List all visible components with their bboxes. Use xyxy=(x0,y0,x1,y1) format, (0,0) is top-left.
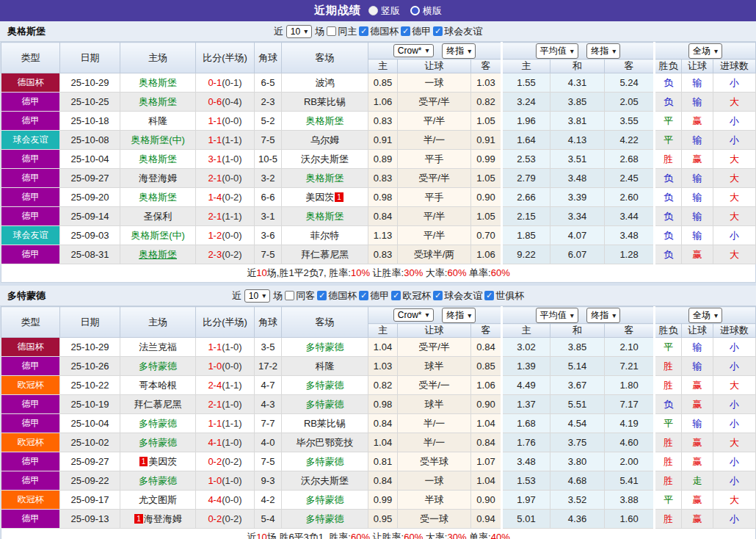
odds-away: 0.90 xyxy=(471,395,502,414)
league-filter[interactable]: ✓德甲 xyxy=(359,289,389,303)
corner-count: 7-5 xyxy=(255,131,282,150)
radio-selected-icon[interactable] xyxy=(368,6,378,15)
avg-home: 1.37 xyxy=(502,395,550,414)
league-filter[interactable]: ✓世俱杯 xyxy=(484,289,524,303)
home-team[interactable]: 多特蒙德 xyxy=(120,414,196,433)
odds-company-select[interactable]: Crow*▾ xyxy=(393,308,434,322)
checkbox-checked[interactable]: ✓ xyxy=(401,26,410,36)
odds-final-select[interactable]: 终指▾ xyxy=(442,43,476,59)
league-filter[interactable]: ✓德国杯 xyxy=(317,289,357,303)
same-venue-filter[interactable]: 同客 xyxy=(285,289,315,303)
away-team[interactable]: 奥格斯堡 xyxy=(282,112,368,131)
home-team[interactable]: 奥格斯堡(中) xyxy=(120,131,196,150)
home-team[interactable]: 奥格斯堡 xyxy=(120,188,196,207)
chevron-down-icon: ▾ xyxy=(714,311,718,319)
away-team-name: 奥格斯堡 xyxy=(306,211,344,222)
avg-home: 2.15 xyxy=(502,207,550,226)
away-team[interactable]: 多特蒙德 xyxy=(282,338,368,357)
avg-home: 5.01 xyxy=(502,510,550,529)
league-filter[interactable]: ✓球会友谊 xyxy=(433,25,482,38)
away-team[interactable]: 多特蒙德 xyxy=(282,376,368,395)
avg-home: 3.02 xyxy=(502,338,550,357)
league-filter[interactable]: ✓欧冠杯 xyxy=(391,289,431,303)
avg-select[interactable]: 平均值▾ xyxy=(536,308,578,323)
home-team[interactable]: 奥格斯堡 xyxy=(120,150,196,169)
chevron-down-icon: ▾ xyxy=(468,47,471,55)
radio-vertical-layout[interactable]: 竖版 xyxy=(368,4,400,18)
match-row: 德甲25-10-19拜仁慕尼黑2-1(1-0)4-3多特蒙德0.98球半0.90… xyxy=(1,395,756,414)
home-team[interactable]: 奥格斯堡 xyxy=(120,93,196,112)
league-type-badge: 欧冠杯 xyxy=(1,433,60,452)
home-team[interactable]: 多特蒙德 xyxy=(120,471,196,491)
home-team[interactable]: 奥格斯堡 xyxy=(120,73,196,93)
halftime-score: (1-0) xyxy=(222,475,241,486)
scope-select[interactable]: 全场▾ xyxy=(688,43,722,59)
checkbox-checked[interactable]: ✓ xyxy=(484,291,494,300)
odds-handicap: 半/一 xyxy=(398,131,471,150)
match-row: 德甲25-10-04多特蒙德1-1(1-1)7-7RB莱比锡0.84半/一1.0… xyxy=(1,414,756,433)
league-filter-label: 欧冠杯 xyxy=(402,289,431,303)
checkbox-checked[interactable]: ✓ xyxy=(433,26,443,36)
match-count-select[interactable]: 10▾ xyxy=(286,25,312,38)
away-team[interactable]: 多特蒙德 xyxy=(282,452,368,471)
odds-company-select[interactable]: Crow*▾ xyxy=(393,44,434,57)
checkbox-unchecked[interactable] xyxy=(327,26,336,36)
col-let-goal: 让球 xyxy=(682,59,713,73)
league-filter[interactable]: ✓德甲 xyxy=(401,25,431,38)
same-venue-filter[interactable]: 同主 xyxy=(327,25,357,38)
odds-handicap: 平手 xyxy=(398,188,471,207)
home-team[interactable]: 奥格斯堡(中) xyxy=(120,226,196,245)
col-corner: 角球 xyxy=(255,43,282,73)
checkbox-checked[interactable]: ✓ xyxy=(391,291,401,300)
odds-final-value: 终指 xyxy=(446,45,464,57)
fulltime-score: 4-4 xyxy=(208,494,222,505)
score-cell: 1-1(1-0) xyxy=(196,338,255,357)
home-team[interactable]: 多特蒙德 xyxy=(120,433,196,452)
halftime-score: (1-0) xyxy=(222,399,241,410)
away-team[interactable]: 多特蒙德 xyxy=(282,491,368,510)
checkbox-unchecked[interactable] xyxy=(285,291,294,300)
away-team[interactable]: 奥格斯堡 xyxy=(282,207,368,226)
checkbox-checked[interactable]: ✓ xyxy=(359,26,368,36)
home-team-name: 奥格斯堡 xyxy=(139,249,177,260)
avg-away: 4.22 xyxy=(605,131,655,150)
match-date: 25-10-25 xyxy=(60,93,120,112)
checkbox-checked[interactable]: ✓ xyxy=(359,291,368,300)
col-away: 客场 xyxy=(282,307,368,338)
away-team[interactable]: 多特蒙德 xyxy=(282,510,368,529)
away-team[interactable]: 多特蒙德 xyxy=(282,395,368,414)
red-card-badge: 1 xyxy=(139,457,148,466)
summary-segment: 近 xyxy=(247,532,256,539)
away-team: 美因茨1 xyxy=(282,188,368,207)
avg-final-select[interactable]: 终指▾ xyxy=(586,308,620,323)
result-wdl: 平 xyxy=(655,491,682,510)
col-date: 日期 xyxy=(60,43,120,73)
home-team[interactable]: 奥格斯堡 xyxy=(120,245,196,264)
col-odds-away: 客 xyxy=(471,324,502,338)
radio-unselected-icon[interactable] xyxy=(410,6,420,15)
avg-away: 2.68 xyxy=(605,150,655,169)
match-count-select[interactable]: 10▾ xyxy=(244,289,270,303)
col-goals: 进球数 xyxy=(713,324,756,338)
league-filter[interactable]: ✓德国杯 xyxy=(359,25,399,38)
checkbox-checked[interactable]: ✓ xyxy=(317,291,327,300)
radio-horizontal-layout[interactable]: 横版 xyxy=(410,4,442,18)
summary-row: 近10场,胜1平2负7, 胜率:10% 让胜率:30% 大率:60% 单率:60… xyxy=(1,264,756,283)
halftime-score: (0-2) xyxy=(222,456,241,467)
avg-select[interactable]: 平均值▾ xyxy=(536,43,578,59)
away-team[interactable]: 奥格斯堡 xyxy=(282,169,368,188)
avg-away: 2.00 xyxy=(605,452,655,471)
scope-select[interactable]: 全场▾ xyxy=(688,308,722,323)
chevron-down-icon: ▾ xyxy=(570,311,574,319)
col-odds-home: 主 xyxy=(368,59,398,73)
away-team: 毕尔巴鄂竞技 xyxy=(282,433,368,452)
home-team[interactable]: 多特蒙德 xyxy=(120,357,196,376)
fulltime-score: 1-1 xyxy=(208,341,222,352)
checkbox-checked[interactable]: ✓ xyxy=(433,291,443,300)
odds-final-select[interactable]: 终指▾ xyxy=(442,308,476,323)
avg-final-select[interactable]: 终指▾ xyxy=(586,43,620,59)
home-team-name: 奥格斯堡 xyxy=(139,77,177,88)
summary-segment: 30% xyxy=(447,532,466,539)
col-avg-draw: 和 xyxy=(550,59,605,73)
league-filter[interactable]: ✓球会友谊 xyxy=(433,289,482,303)
